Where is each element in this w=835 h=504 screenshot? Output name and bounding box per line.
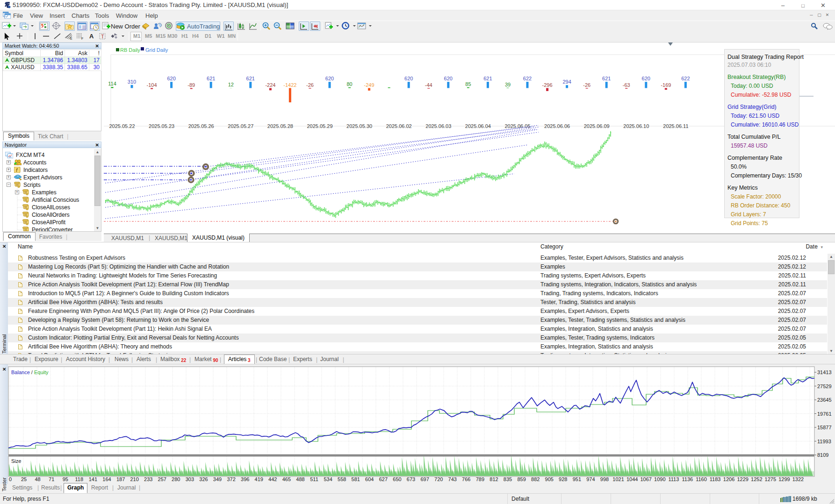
svg-text:1206: 1206 bbox=[723, 476, 734, 482]
svg-text:1136: 1136 bbox=[682, 476, 693, 482]
svg-text:2025.06.06: 2025.06.06 bbox=[544, 123, 570, 129]
svg-text:511: 511 bbox=[310, 476, 318, 482]
svg-text:210: 210 bbox=[130, 476, 138, 482]
svg-text:581: 581 bbox=[352, 476, 360, 482]
svg-text:1299: 1299 bbox=[778, 476, 790, 482]
svg-text:2025.05.26: 2025.05.26 bbox=[188, 123, 214, 129]
svg-text:-44: -44 bbox=[425, 82, 432, 88]
svg-text:RB Daily: RB Daily bbox=[120, 47, 140, 53]
svg-text:620: 620 bbox=[325, 76, 334, 81]
svg-text:621: 621 bbox=[207, 76, 215, 81]
svg-text:442: 442 bbox=[268, 476, 277, 482]
svg-text:812: 812 bbox=[489, 476, 498, 482]
svg-text:1090: 1090 bbox=[654, 476, 665, 482]
svg-text:118: 118 bbox=[75, 476, 84, 482]
svg-text:2025.06.04: 2025.06.04 bbox=[465, 123, 491, 129]
svg-text:465: 465 bbox=[282, 476, 291, 482]
svg-text:558: 558 bbox=[338, 476, 346, 482]
svg-text:2025.05.30: 2025.05.30 bbox=[346, 123, 372, 129]
svg-text:280: 280 bbox=[172, 476, 180, 482]
svg-text:19761: 19761 bbox=[817, 411, 832, 417]
svg-text:1067: 1067 bbox=[640, 476, 651, 482]
svg-text:Size: Size bbox=[11, 458, 21, 464]
svg-text:2025.05.28: 2025.05.28 bbox=[267, 123, 293, 129]
svg-text:-249: -249 bbox=[364, 82, 374, 88]
svg-text:835: 835 bbox=[504, 476, 512, 482]
svg-text:-26: -26 bbox=[306, 82, 314, 88]
svg-text:326: 326 bbox=[199, 476, 208, 482]
svg-text:31413: 31413 bbox=[817, 369, 832, 375]
svg-text:620: 620 bbox=[444, 76, 453, 81]
svg-text:310: 310 bbox=[128, 79, 136, 85]
svg-text:620: 620 bbox=[642, 76, 650, 81]
svg-text:1229: 1229 bbox=[737, 476, 748, 482]
svg-text:673: 673 bbox=[407, 476, 415, 482]
svg-text:622: 622 bbox=[523, 76, 532, 81]
svg-text:621: 621 bbox=[602, 76, 611, 81]
svg-text:T: T bbox=[101, 34, 104, 39]
svg-text:-89: -89 bbox=[187, 82, 195, 88]
svg-text:620: 620 bbox=[167, 76, 175, 81]
svg-text:951: 951 bbox=[573, 476, 581, 482]
svg-text:1044: 1044 bbox=[626, 476, 638, 482]
svg-text:622: 622 bbox=[681, 76, 690, 81]
svg-text:621: 621 bbox=[246, 76, 255, 81]
svg-text:2025.05.23: 2025.05.23 bbox=[149, 123, 174, 129]
svg-text:F: F bbox=[81, 37, 83, 40]
svg-text:187: 187 bbox=[116, 476, 125, 482]
svg-text:-169: -169 bbox=[661, 82, 671, 88]
svg-text:1275: 1275 bbox=[765, 476, 776, 482]
svg-text:882: 882 bbox=[531, 476, 540, 482]
svg-text:11993: 11993 bbox=[817, 439, 831, 444]
svg-text:905: 905 bbox=[545, 476, 554, 482]
svg-text:720: 720 bbox=[434, 476, 443, 482]
svg-text:1322: 1322 bbox=[792, 476, 804, 482]
svg-text:39: 39 bbox=[505, 82, 511, 87]
svg-text:233: 233 bbox=[144, 476, 152, 482]
svg-text:95: 95 bbox=[63, 476, 68, 482]
svg-text:859: 859 bbox=[517, 476, 525, 482]
svg-text:-26: -26 bbox=[583, 82, 590, 88]
svg-text:E: E bbox=[70, 37, 72, 40]
svg-text:294: 294 bbox=[562, 79, 571, 85]
svg-text:2025.06.09: 2025.06.09 bbox=[584, 123, 610, 129]
svg-text:2025.05.27: 2025.05.27 bbox=[228, 123, 253, 129]
svg-text:1183: 1183 bbox=[710, 476, 721, 482]
svg-text:349: 349 bbox=[213, 476, 222, 482]
svg-text:85: 85 bbox=[465, 81, 471, 87]
svg-text:627: 627 bbox=[379, 476, 388, 482]
svg-text:488: 488 bbox=[296, 476, 304, 482]
svg-text:2025.06.02: 2025.06.02 bbox=[386, 123, 412, 129]
svg-text:974: 974 bbox=[586, 476, 595, 482]
svg-text:303: 303 bbox=[186, 476, 194, 482]
svg-text:-104: -104 bbox=[147, 82, 157, 88]
svg-text:27529: 27529 bbox=[817, 383, 832, 389]
svg-text:A: A bbox=[89, 33, 94, 40]
svg-text:2025.06.03: 2025.06.03 bbox=[425, 123, 451, 129]
svg-text:372: 372 bbox=[227, 476, 235, 482]
svg-text:1160: 1160 bbox=[696, 476, 707, 482]
svg-text:Balance / Equity: Balance / Equity bbox=[11, 369, 49, 375]
svg-text:VA: VA bbox=[8, 156, 12, 158]
svg-text:-224: -224 bbox=[265, 82, 275, 88]
svg-text:257: 257 bbox=[158, 476, 166, 482]
svg-text:23645: 23645 bbox=[817, 397, 832, 403]
svg-text:419: 419 bbox=[255, 476, 263, 482]
svg-text:620: 620 bbox=[404, 76, 413, 81]
svg-text:697: 697 bbox=[420, 476, 429, 482]
svg-text:Grid Daily: Grid Daily bbox=[145, 47, 168, 53]
svg-text:0: 0 bbox=[9, 476, 12, 482]
svg-text:71: 71 bbox=[49, 476, 54, 482]
svg-text:2025.05.29: 2025.05.29 bbox=[307, 123, 332, 129]
svg-text:789: 789 bbox=[476, 476, 484, 482]
svg-text:621: 621 bbox=[483, 76, 492, 81]
svg-text:998: 998 bbox=[600, 476, 609, 482]
svg-text:48: 48 bbox=[35, 476, 40, 482]
svg-text:766: 766 bbox=[462, 476, 470, 482]
svg-text:1252: 1252 bbox=[751, 476, 762, 482]
svg-text:2025.06.10: 2025.06.10 bbox=[623, 123, 649, 129]
svg-text:534: 534 bbox=[324, 476, 332, 482]
svg-text:1113: 1113 bbox=[668, 476, 679, 482]
svg-text:8109: 8109 bbox=[817, 452, 828, 458]
svg-text:396: 396 bbox=[241, 476, 249, 482]
